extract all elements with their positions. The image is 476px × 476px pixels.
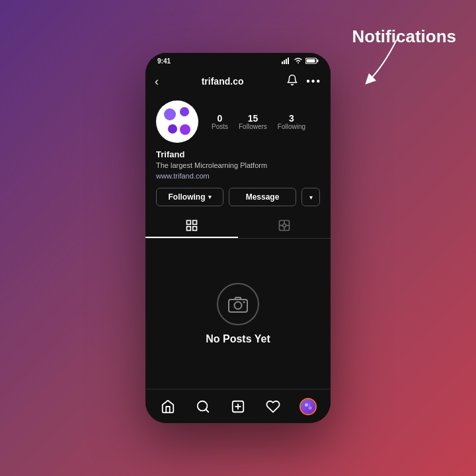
bottom-nav [145, 389, 331, 423]
nav-home[interactable] [156, 395, 180, 418]
tab-grid[interactable] [145, 213, 238, 238]
nav-profile[interactable] [296, 395, 320, 418]
profile-link[interactable]: www.trifand.com [156, 172, 320, 180]
avatar [156, 100, 198, 143]
camera-icon [228, 296, 248, 313]
svg-rect-7 [187, 221, 191, 225]
nav-actions: ••• [286, 74, 321, 89]
more-options-icon[interactable]: ••• [306, 75, 321, 87]
svg-point-27 [306, 407, 309, 409]
svg-line-21 [206, 409, 208, 412]
status-time: 9:41 [157, 58, 171, 65]
following-button[interactable]: Following ▾ [156, 188, 223, 206]
profile-avatar-thumb [299, 398, 317, 415]
profile-section: 0 Posts 15 Followers 3 Following Trifand… [145, 94, 331, 213]
nav-add[interactable] [226, 395, 250, 418]
home-icon [161, 399, 175, 414]
dot-bottom-left [168, 124, 177, 134]
add-icon [231, 399, 245, 414]
status-icons [282, 58, 319, 64]
nav-search[interactable] [191, 395, 215, 418]
svg-point-28 [308, 406, 311, 409]
svg-rect-9 [187, 227, 191, 231]
svg-rect-1 [284, 60, 285, 64]
content-area: No Posts Yet [145, 239, 331, 389]
status-bar: 9:41 [145, 53, 331, 69]
profile-username: trifand.co [202, 76, 244, 87]
dot-bottom-right [180, 124, 190, 135]
dot-top-left [164, 108, 176, 120]
followers-label: Followers [239, 124, 267, 130]
svg-point-12 [283, 224, 286, 227]
phone-frame: 9:41 ‹ trifand.co [145, 53, 331, 423]
tab-bar [145, 213, 331, 239]
tab-tagged[interactable] [238, 213, 331, 238]
search-icon [196, 399, 210, 414]
following-count: 3 [289, 114, 294, 123]
following-label: Following [278, 124, 305, 130]
svg-rect-8 [193, 221, 197, 225]
svg-point-18 [235, 301, 242, 309]
svg-point-19 [243, 301, 245, 303]
profile-bio: The largest Microlearning Platform [156, 161, 320, 171]
svg-rect-5 [317, 60, 319, 62]
svg-point-26 [308, 403, 311, 406]
battery-icon [305, 58, 319, 64]
notification-bell-icon[interactable] [286, 74, 298, 89]
signal-icon [282, 58, 291, 64]
svg-rect-0 [282, 61, 283, 64]
svg-rect-2 [286, 59, 287, 64]
profile-name: Trifand [156, 149, 320, 159]
svg-rect-6 [307, 60, 315, 63]
action-buttons: Following ▾ Message ▾ [156, 188, 320, 213]
grid-icon [185, 219, 198, 232]
empty-state-icon-circle [217, 283, 259, 325]
profile-thumb-inner [301, 399, 315, 414]
svg-rect-10 [193, 227, 197, 231]
heart-icon [266, 399, 280, 414]
followers-stat[interactable]: 15 Followers [239, 114, 267, 130]
followers-count: 15 [248, 114, 258, 123]
following-stat[interactable]: 3 Following [278, 114, 305, 130]
svg-point-25 [305, 403, 308, 407]
posts-stat: 0 Posts [212, 114, 228, 130]
more-button[interactable]: ▾ [301, 188, 320, 206]
tagged-icon [278, 219, 291, 232]
posts-count: 0 [218, 114, 223, 123]
nav-likes[interactable] [261, 395, 285, 418]
dot-top-right [180, 107, 189, 116]
svg-rect-3 [288, 58, 289, 64]
posts-label: Posts [212, 124, 228, 130]
profile-header: 0 Posts 15 Followers 3 Following [156, 100, 320, 143]
stats-row: 0 Posts 15 Followers 3 Following [212, 114, 305, 130]
empty-state-message: No Posts Yet [206, 333, 270, 345]
top-nav: ‹ trifand.co ••• [145, 69, 331, 94]
message-button[interactable]: Message [229, 188, 296, 206]
avatar-logo [163, 107, 192, 136]
profile-dots [304, 403, 312, 411]
wifi-icon [294, 58, 303, 64]
back-button[interactable]: ‹ [155, 75, 159, 89]
